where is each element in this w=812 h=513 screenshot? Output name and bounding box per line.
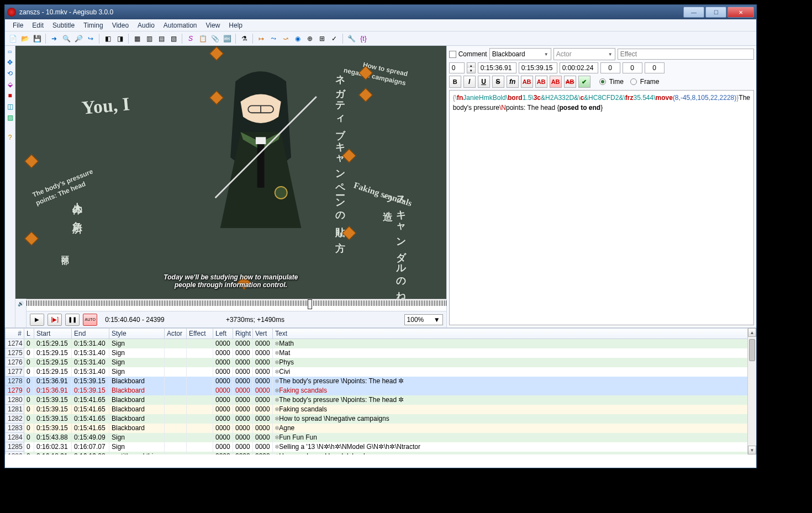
grid-cell[interactable]: 0000	[213, 367, 233, 377]
menu-audio[interactable]: Audio	[133, 20, 159, 30]
grid-cell[interactable]	[165, 442, 187, 452]
grid-cell[interactable]: 0:15:49.09	[72, 433, 109, 442]
open-icon[interactable]: 📂	[19, 33, 30, 44]
grid-cell[interactable]: 0:15:29.15	[34, 348, 72, 358]
grid-cell[interactable]: ❄The body's pressure \Npoints: The head …	[273, 377, 756, 386]
grid-cell[interactable]: 0:15:39.15	[34, 405, 72, 414]
move-marker-icon[interactable]	[27, 156, 36, 166]
scroll-down-icon[interactable]: ▼	[748, 446, 756, 454]
grid-cell[interactable]: 0:15:29.15	[34, 358, 72, 367]
resample-icon[interactable]: ⊞	[317, 33, 328, 44]
tpp-icon[interactable]: ✓	[329, 33, 340, 44]
grid-cell[interactable]: 1278	[6, 377, 24, 386]
grid-cell[interactable]: 1282	[6, 414, 24, 424]
grid-header[interactable]: Left	[213, 329, 233, 339]
new-icon[interactable]: 📄	[7, 33, 18, 44]
grid-header[interactable]: Actor	[165, 329, 187, 339]
grid-header[interactable]: Start	[34, 329, 72, 339]
move-marker-icon[interactable]	[344, 228, 354, 238]
grid-cell[interactable]: ❄Selling a '13 \N✲\h✲\NModel G\N✲\h✲\Ntr…	[273, 442, 756, 452]
grid-cell[interactable]: Sign	[109, 367, 165, 377]
standard-tool-icon[interactable]: ▭	[6, 47, 14, 56]
table-row[interactable]: 128000:15:39.150:15:41.65Blackboard00000…	[6, 395, 756, 405]
menu-timing[interactable]: Timing	[79, 20, 108, 30]
grid-cell[interactable]	[165, 377, 187, 386]
grid-cell[interactable]	[165, 367, 187, 377]
grid-cell[interactable]: 0000	[253, 348, 273, 358]
grid-cell[interactable]	[165, 395, 187, 405]
autoscroll-button[interactable]: AUTO	[83, 314, 97, 326]
grid-cell[interactable]: 0000	[233, 367, 253, 377]
move-marker-icon[interactable]	[212, 49, 222, 59]
grid-cell[interactable]: ❄Faking scandals	[273, 405, 756, 414]
grid-cell[interactable]: 0000	[213, 442, 233, 452]
menu-automation[interactable]: Automation	[159, 20, 202, 30]
kanji-timer-icon[interactable]: ⤻	[280, 33, 291, 44]
video-timeline[interactable]	[27, 299, 446, 311]
vectorclip-tool-icon[interactable]: ▨	[6, 113, 14, 122]
grid-cell[interactable]: Sign	[109, 348, 165, 358]
grid-cell[interactable]	[187, 386, 213, 395]
grid-cell[interactable]	[187, 405, 213, 414]
grid-cell[interactable]: 0000	[253, 442, 273, 452]
shift-times-icon[interactable]: ▥	[144, 33, 155, 44]
grid-cell[interactable]: 0000	[213, 405, 233, 414]
grid-cell[interactable]: 0	[24, 405, 34, 414]
comment-checkbox[interactable]	[449, 51, 456, 58]
grid-header[interactable]: Right	[233, 329, 253, 339]
grid-cell[interactable]: 0000	[253, 395, 273, 405]
grid-cell[interactable]: 0	[24, 395, 34, 405]
grid-cell[interactable]	[187, 395, 213, 405]
grid-cell[interactable]: ❄Faking scandals	[273, 386, 756, 395]
table-row[interactable]: 127400:15:29.150:15:31.40Sign00000000000…	[6, 339, 756, 348]
grid-cell[interactable]	[187, 424, 213, 433]
grid-cell[interactable]: 0	[24, 386, 34, 395]
snap-end-icon[interactable]: ◨	[114, 33, 125, 44]
styles-icon[interactable]: S	[185, 33, 196, 44]
grid-cell[interactable]: Blackboard	[109, 414, 165, 424]
spellcheck-icon[interactable]: ◉	[292, 33, 303, 44]
grid-cell[interactable]	[187, 367, 213, 377]
video-display[interactable]: You, I How to spreadnegative campaigns F…	[15, 46, 446, 299]
attachments-icon[interactable]: 📎	[209, 33, 220, 44]
rotatexy-tool-icon[interactable]: ⬙	[6, 80, 14, 89]
grid-header[interactable]: Effect	[187, 329, 213, 339]
grid-cell[interactable]	[165, 339, 187, 348]
zoom-combo[interactable]: 100%▼	[404, 314, 443, 325]
grid-cell[interactable]: 0:15:29.15	[34, 339, 72, 348]
grid-cell[interactable]: 0000	[233, 395, 253, 405]
grid-cell[interactable]: 0:15:31.40	[72, 367, 109, 377]
grid-cell[interactable]: ❄The body's pressure \Npoints: The head …	[273, 395, 756, 405]
grid-cell[interactable]: 0000	[233, 424, 253, 433]
grid-cell[interactable]: 1275	[6, 348, 24, 358]
grid-cell[interactable]: 1277	[6, 367, 24, 377]
grid-cell[interactable]: ❄How much can I break labor laws	[273, 452, 756, 455]
batch-icon[interactable]: ▧	[168, 33, 179, 44]
grid-cell[interactable]: 0:15:41.65	[72, 405, 109, 414]
jump-icon[interactable]: ➜	[49, 33, 60, 44]
table-row[interactable]: 127800:15:36.910:15:39.15Blackboard00000…	[6, 377, 756, 386]
rotatez-tool-icon[interactable]: ⟲	[6, 69, 14, 78]
menu-edit[interactable]: Edit	[28, 20, 48, 30]
grid-cell[interactable]: 0:16:07.07	[72, 442, 109, 452]
zoom-out-icon[interactable]: 🔎	[73, 33, 84, 44]
grid-cell[interactable]	[165, 348, 187, 358]
grid-cell[interactable]: 0000	[213, 424, 233, 433]
grid-cell[interactable]: 1285	[6, 442, 24, 452]
grid-cell[interactable]: 0:15:31.40	[72, 348, 109, 358]
audio-toggle-icon[interactable]: 🔊	[15, 299, 27, 327]
grid-cell[interactable]	[187, 339, 213, 348]
grid-cell[interactable]: ❄Fun Fun Fun	[273, 433, 756, 442]
grid-cell[interactable]: 0:15:41.65	[72, 424, 109, 433]
grid-cell[interactable]: 0:15:31.40	[72, 339, 109, 348]
table-row[interactable]: 127900:15:36.910:15:39.15Blackboard00000…	[6, 386, 756, 395]
grid-cell[interactable]: Blackboard	[109, 405, 165, 414]
table-row[interactable]: 128600:16:18.910:16:19.08pretitlecard th…	[6, 452, 756, 455]
commit-button[interactable]: ✔	[578, 76, 590, 88]
timeline-cursor-icon[interactable]	[308, 299, 312, 309]
sort-icon[interactable]: ▤	[156, 33, 167, 44]
grid-cell[interactable]: 0000	[213, 339, 233, 348]
grid-cell[interactable]: 0000	[213, 377, 233, 386]
grid-cell[interactable]: pretitlecard thing	[109, 452, 165, 455]
grid-cell[interactable]: 0000	[253, 433, 273, 442]
